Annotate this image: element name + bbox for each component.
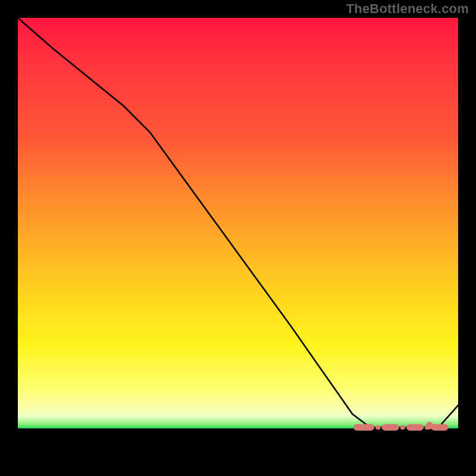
svg-point-1	[375, 425, 380, 430]
plot-area	[18, 18, 458, 458]
chart-svg	[18, 18, 458, 458]
watermark-text: TheBottleneck.com	[346, 1, 469, 17]
end-marker-dot	[426, 422, 434, 430]
svg-point-3	[400, 425, 405, 430]
curve-line	[18, 18, 458, 427]
chart-frame: TheBottleneck.com	[0, 0, 476, 476]
